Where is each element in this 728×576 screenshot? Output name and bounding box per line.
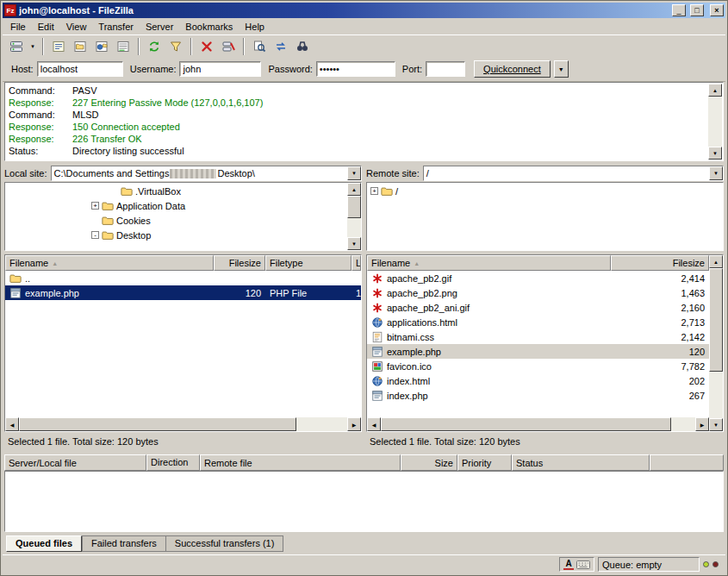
- tree-item-application-data[interactable]: +Application Data: [5, 198, 347, 213]
- menu-file[interactable]: File: [4, 20, 32, 34]
- tab-failed-transfers[interactable]: Failed transfers: [82, 535, 166, 552]
- keyboard-icon: [576, 560, 590, 569]
- cancel-button[interactable]: [196, 37, 217, 56]
- tab-queued-files[interactable]: Queued files: [6, 535, 82, 552]
- scroll-down-button[interactable]: ▼: [347, 237, 361, 250]
- file-row[interactable]: index.html202: [367, 373, 709, 388]
- scroll-track[interactable]: [708, 97, 722, 147]
- column-header-size[interactable]: Size: [401, 454, 457, 471]
- menu-help[interactable]: Help: [239, 20, 271, 34]
- file-row[interactable]: apache_pb2.png1,463: [367, 285, 709, 300]
- quickconnect-dropdown-button[interactable]: ▼: [554, 60, 569, 78]
- sync-browsing-button[interactable]: [271, 37, 291, 56]
- column-header-server-local-file[interactable]: Server/Local file: [4, 454, 146, 471]
- scroll-down-button[interactable]: ▼: [709, 418, 723, 431]
- refresh-button[interactable]: [144, 37, 165, 56]
- column-header-lastmodified[interactable]: Last modified: [352, 255, 361, 271]
- port-input[interactable]: [426, 61, 465, 77]
- find-files-button[interactable]: [292, 37, 313, 56]
- menu-transfer[interactable]: Transfer: [92, 20, 140, 34]
- expand-icon[interactable]: +: [91, 202, 99, 210]
- remote-list-hscrollbar[interactable]: ◀ ▶: [367, 417, 709, 431]
- column-header-filesize[interactable]: Filesize: [611, 255, 709, 271]
- toggle-local-tree-button[interactable]: [70, 37, 90, 56]
- scroll-track[interactable]: [296, 417, 347, 431]
- scroll-up-button[interactable]: ▲: [347, 183, 361, 196]
- file-row-example-php[interactable]: example.php 120 PHP File 1: [5, 285, 361, 300]
- local-site-label: Local site:: [4, 168, 47, 178]
- queue-list-area[interactable]: [4, 471, 724, 532]
- column-header-remote-file[interactable]: Remote file: [200, 454, 401, 471]
- password-input[interactable]: [316, 61, 395, 77]
- local-list-hscrollbar[interactable]: ◀ ▶: [5, 417, 361, 431]
- file-row-parent-dir[interactable]: ..: [5, 271, 361, 285]
- tree-item-root[interactable]: +/: [367, 184, 723, 198]
- scroll-left-button[interactable]: ◀: [367, 417, 381, 431]
- toggle-message-log-button[interactable]: [48, 37, 69, 56]
- column-header-status[interactable]: Status: [512, 454, 650, 471]
- menu-view[interactable]: View: [60, 20, 93, 34]
- toggle-remote-tree-button[interactable]: [91, 37, 112, 56]
- file-row-selected[interactable]: example.php120: [367, 344, 709, 359]
- combo-dropdown-icon[interactable]: ▼: [347, 166, 361, 180]
- menu-bookmarks[interactable]: Bookmarks: [179, 20, 239, 34]
- column-header-filename[interactable]: Filename▲: [367, 255, 611, 271]
- maximize-button[interactable]: □: [690, 4, 704, 16]
- combo-dropdown-icon[interactable]: ▼: [709, 166, 723, 180]
- menu-edit[interactable]: Edit: [32, 20, 60, 34]
- file-row[interactable]: favicon.ico7,782: [367, 359, 709, 373]
- compare-directories-button[interactable]: [249, 37, 270, 56]
- scroll-track[interactable]: [671, 417, 695, 431]
- column-header-filetype[interactable]: Filetype: [265, 255, 352, 271]
- scroll-track[interactable]: [347, 218, 361, 237]
- scroll-up-button[interactable]: ▲: [708, 84, 722, 97]
- remote-site-combo[interactable]: / ▼: [423, 166, 724, 181]
- site-manager-button[interactable]: [6, 37, 27, 56]
- host-input[interactable]: [37, 61, 123, 77]
- title-bar[interactable]: Fz john@localhost - FileZilla _ □ ×: [3, 3, 725, 18]
- column-header-priority[interactable]: Priority: [457, 454, 512, 471]
- close-button[interactable]: ×: [710, 4, 724, 16]
- column-header-filesize[interactable]: Filesize: [214, 255, 265, 271]
- scroll-right-button[interactable]: ▶: [695, 417, 709, 431]
- scroll-track[interactable]: [709, 372, 723, 418]
- filter-button[interactable]: [165, 37, 186, 56]
- log-scrollbar[interactable]: ▲ ▼: [708, 84, 722, 160]
- local-tree-scrollbar[interactable]: ▲ ▼: [347, 183, 361, 250]
- menu-server[interactable]: Server: [140, 20, 179, 34]
- tree-item-desktop[interactable]: -Desktop: [5, 228, 347, 242]
- column-header-direction[interactable]: Direction: [146, 454, 200, 471]
- toggle-queue-button[interactable]: [113, 37, 134, 56]
- collapse-icon[interactable]: -: [91, 231, 99, 239]
- minimize-button[interactable]: _: [672, 4, 686, 16]
- file-row[interactable]: bitnami.css2,142: [367, 329, 709, 344]
- activity-led-red: [712, 561, 719, 567]
- username-label: Username:: [130, 64, 177, 74]
- file-row[interactable]: apache_pb2_ani.gif2,160: [367, 300, 709, 315]
- tree-item-virtualbox[interactable]: .VirtualBox: [5, 184, 347, 198]
- column-header-filename[interactable]: Filename▲: [5, 255, 214, 271]
- expand-icon[interactable]: +: [370, 187, 378, 195]
- folder-icon: [121, 185, 133, 197]
- file-row[interactable]: apache_pb2.gif2,414: [367, 271, 709, 285]
- scroll-thumb[interactable]: [347, 196, 361, 218]
- scroll-thumb[interactable]: [709, 268, 723, 372]
- disconnect-button[interactable]: [218, 37, 239, 56]
- quickconnect-button[interactable]: Quickconnect: [474, 60, 551, 78]
- scroll-left-button[interactable]: ◀: [5, 417, 19, 431]
- tab-successful-transfers[interactable]: Successful transfers (1): [166, 535, 284, 552]
- scroll-down-button[interactable]: ▼: [708, 147, 722, 160]
- tree-item-cookies[interactable]: Cookies: [5, 213, 347, 228]
- scroll-right-button[interactable]: ▶: [347, 417, 361, 431]
- activity-led-green: [703, 561, 709, 567]
- scroll-thumb[interactable]: [19, 417, 296, 431]
- scroll-up-button[interactable]: ▲: [709, 255, 723, 268]
- file-row[interactable]: index.php267: [367, 388, 709, 403]
- username-input[interactable]: [179, 61, 261, 77]
- site-manager-dropdown-button[interactable]: ▼: [28, 37, 38, 56]
- local-pane: Local site: C:\Documents and SettingsDes…: [4, 165, 362, 449]
- remote-list-vscrollbar[interactable]: ▲ ▼: [709, 255, 723, 431]
- local-site-combo[interactable]: C:\Documents and SettingsDesktop\ ▼: [51, 166, 362, 181]
- scroll-thumb[interactable]: [381, 417, 671, 431]
- file-row[interactable]: applications.html2,713: [367, 315, 709, 329]
